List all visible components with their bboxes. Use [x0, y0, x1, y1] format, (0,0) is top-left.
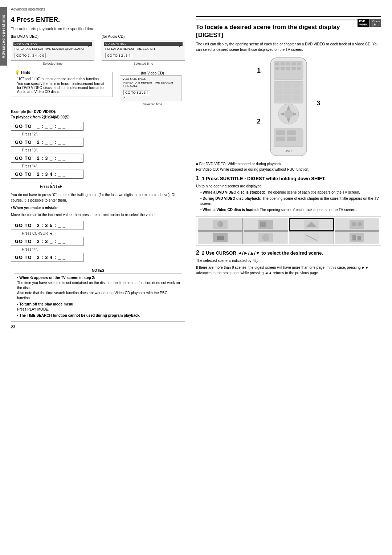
svg-point-35	[217, 221, 223, 227]
bullet2-bold: During DVD VIDEO disc playback:	[203, 197, 261, 200]
section-header: DVDVIDEO VideoCD To locate a desired sce…	[196, 16, 381, 39]
scene-5-img	[213, 233, 228, 242]
svg-rect-49	[350, 233, 364, 242]
press-cursor: ↓ Press CURSOR ◄.	[18, 231, 54, 235]
audio-ctrl-bar: CD CONTROL	[104, 42, 183, 46]
vcd-ctrl-items: REPEAT A-B REPEAT TIME SEARCH PRE.CALL	[122, 81, 179, 88]
press-4b: ↓ Press "4".	[18, 247, 38, 251]
svg-rect-51	[358, 236, 361, 240]
svg-rect-32	[287, 137, 296, 141]
svg-rect-2	[275, 62, 279, 65]
right-column: DVDVIDEO VideoCD To locate a desired sce…	[196, 16, 381, 329]
hints-box: 💡 Hints "10" and "+10" buttons are not u…	[11, 72, 113, 97]
vcd-label: (for Video CD)	[120, 71, 185, 75]
mistake-goto-2: GO TO 2 : 3 _ : _ _	[11, 237, 83, 246]
press-enter: ↓Press ENTER.	[40, 181, 64, 189]
goto-line-2: GO TO 2 : _ _ : _ _	[11, 138, 83, 147]
badge-cd: VideoCD	[370, 19, 381, 27]
digest-cell-8	[335, 231, 380, 244]
svg-rect-3	[281, 62, 285, 65]
dvd-selected-time: Selected time	[11, 62, 94, 65]
dvd-ctrl-items: REPEAT A-B REPEAT TIME SEARCH CHAP.SEARC…	[13, 47, 92, 51]
svg-rect-13	[275, 82, 282, 88]
audio-screen-block: (for Audio CD) CD CONTROL REPEAT A-B REP…	[102, 35, 185, 65]
digest-cell-4	[335, 218, 380, 231]
svg-rect-37	[260, 222, 266, 227]
vcd-goto-line: GO TO 3 2 : 3 4	[123, 90, 150, 95]
scene-3-img	[304, 220, 319, 229]
bullet1-bold: While a DVD VIDEO disc is stopped:	[203, 190, 265, 194]
audio-ctrl-items: REPEAT A-B REPEAT TIME SEARCH	[104, 47, 183, 51]
remote-num1: 1	[257, 67, 261, 74]
note1-bold: When ⊘ appears on the TV screen in step …	[19, 276, 95, 280]
svg-text:JVC: JVC	[285, 149, 292, 153]
when-mistake-body: Move the cursor to the incorrect value, …	[11, 212, 185, 218]
scene-8-img	[350, 233, 364, 242]
scene-6-img	[258, 233, 273, 242]
scene-7-img	[304, 233, 319, 242]
step1-heading: 1 1 Press SUBTITLE - DIGEST while holdin…	[196, 175, 381, 182]
goto-line-1: GO TO _ : _ _ : _ _	[11, 122, 83, 131]
step2-body2: If there are more than 9 scenes, the dig…	[196, 265, 381, 276]
mistake-goto-sequence: GO TO 2 : 3 5 : _ _ ↓ Press CURSOR ◄. GO…	[11, 220, 185, 263]
step2-body: The selected scene is indicated by 🔍.	[196, 258, 381, 263]
left-column: 4 Press ENTER. The unit starts playback …	[11, 16, 185, 329]
hints-vcd-row: 💡 Hints "10" and "+10" buttons are not u…	[11, 69, 185, 106]
dvd-ctrl-bar: DVD CONTROL	[13, 42, 92, 46]
vcd-area: (for Video CD) VCD CONTROL REPEAT A-B RE…	[120, 69, 185, 106]
remote-diagram: 1 3 2	[196, 56, 381, 158]
example-section: Example (for DVD VIDEO): To playback fro…	[11, 110, 185, 189]
vcd-screen: VCD CONTROL REPEAT A-B REPEAT TIME SEARC…	[120, 75, 181, 101]
hints-icon: 💡	[15, 70, 20, 75]
remote-with-labels: 1 3 2	[265, 56, 312, 158]
digest-cell-7	[289, 231, 334, 244]
press-3: ↓ Press "3".	[18, 148, 38, 152]
note-3: • The TIME SEARCH function cannot be use…	[17, 313, 182, 318]
press-2: ↓ Press "2".	[18, 132, 38, 136]
svg-rect-16	[275, 89, 282, 94]
svg-rect-9	[286, 67, 290, 70]
svg-point-46	[262, 234, 269, 241]
step1-section: 1 1 Press SUBTITLE - DIGEST while holdin…	[196, 175, 381, 212]
svg-rect-19	[275, 96, 282, 101]
step4-subtitle: The unit starts playback from the specif…	[11, 27, 185, 31]
goto-line-4: GO TO 2 : 3 4 : _ _	[11, 170, 83, 179]
note-2: • To turn off the play mode menu: Press …	[17, 302, 182, 312]
for-dvd-note: ■ For DVD VIDEO: While stopped or during…	[196, 162, 381, 166]
svg-rect-29	[276, 130, 285, 135]
note-1: • When ⊘ appears on the TV screen in ste…	[17, 275, 182, 301]
example-subtitle: To playback from 2(H):34(M):00(S)	[11, 115, 185, 119]
vcd-cursor-arrow: ↗	[122, 96, 179, 100]
bullet3: • When a Video CD disc is loaded: The op…	[200, 207, 381, 212]
svg-rect-10	[291, 67, 296, 70]
svg-rect-5	[291, 62, 296, 65]
svg-rect-30	[287, 130, 296, 135]
svg-rect-20	[284, 96, 291, 101]
bullet2: • During DVD VIDEO disc playback: The op…	[200, 196, 381, 206]
note2-body: Press PLAY MODE.	[17, 307, 49, 311]
svg-rect-6	[297, 62, 301, 65]
audio-selected-time: Selected time	[102, 62, 185, 65]
scene-1-img	[213, 220, 228, 229]
bullet1-body: The opening scene of each title appears …	[266, 190, 360, 194]
hints-area: 💡 Hints "10" and "+10" buttons are not u…	[11, 69, 113, 106]
dvd-screen: DVD CONTROL REPEAT A-B REPEAT TIME SEARC…	[11, 40, 94, 61]
main-content: 4 Press ENTER. The unit starts playback …	[11, 16, 381, 329]
digest-cell-1	[198, 218, 243, 231]
goto-sequence: GO TO _ : _ _ : _ _ ↓ Press "2". GO TO 2…	[11, 121, 185, 189]
digest-images	[196, 216, 381, 246]
vcd-selected-time: Selected time	[120, 102, 185, 106]
right-intro: The unit can display the opening scene o…	[196, 41, 381, 52]
svg-rect-18	[293, 89, 301, 94]
note1-body2: Also note that the time search function …	[17, 291, 167, 300]
step2-section: 2 2 Use CURSOR ◄/►/▲/▼ to select the des…	[196, 250, 381, 276]
press-4: ↓ Press "4".	[18, 164, 38, 168]
step4-heading: 4 Press ENTER.	[11, 16, 185, 24]
hint2: You can specify the time in hour/minute/…	[17, 82, 109, 94]
dvd-badge-group: DVDVIDEO VideoCD	[358, 19, 381, 27]
remote-svg: JVC	[265, 56, 312, 158]
vcd-ctrl-bar: VCD CONTROL	[122, 77, 179, 81]
dvd-label: (for DVD VIDEO)	[11, 35, 94, 39]
notes-title: NOTES	[14, 268, 182, 274]
audio-goto-line: GO TO 3 2 : 3 4	[105, 53, 132, 58]
